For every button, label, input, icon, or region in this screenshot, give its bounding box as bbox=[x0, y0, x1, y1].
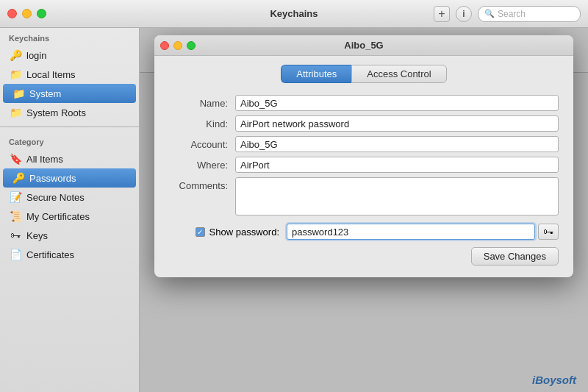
account-input[interactable] bbox=[235, 136, 559, 152]
tab-access-control[interactable]: Access Control bbox=[351, 65, 446, 83]
sidebar-item-label: Secure Notes bbox=[26, 192, 85, 203]
secure-notes-icon: 📝 bbox=[9, 190, 22, 204]
minimize-button[interactable] bbox=[22, 9, 32, 18]
sidebar-item-label: login bbox=[26, 50, 46, 61]
show-password-checkbox[interactable]: ✓ bbox=[196, 227, 205, 237]
sidebar-item-label: Keys bbox=[26, 230, 48, 241]
password-row: ✓ Show password: 🗝 bbox=[169, 224, 559, 240]
dialog-overlay: Aibo_5G Attributes Access Control Name: bbox=[140, 28, 588, 392]
content-area: Keychains 🔑 login 📁 Local Items 📁 System… bbox=[0, 28, 588, 392]
dialog-body: Attributes Access Control Name: bbox=[154, 56, 573, 277]
system-icon: 📁 bbox=[12, 87, 25, 100]
sidebar-item-label: All Items bbox=[26, 154, 63, 165]
show-password-label-wrapper: ✓ Show password: bbox=[169, 227, 287, 238]
dialog-tabs: Attributes Access Control bbox=[169, 65, 559, 83]
sidebar-spacer bbox=[0, 264, 139, 392]
info-button[interactable]: i bbox=[456, 6, 472, 22]
dialog-traffic-lights bbox=[160, 41, 196, 50]
tab-attributes[interactable]: Attributes bbox=[281, 65, 351, 83]
account-label: Account: bbox=[169, 139, 235, 150]
comments-row: Comments: bbox=[169, 177, 559, 218]
where-value bbox=[235, 157, 559, 173]
app-title: Keychains bbox=[270, 8, 318, 19]
sidebar-item-local-items[interactable]: 📁 Local Items bbox=[0, 65, 139, 84]
dialog-close-button[interactable] bbox=[160, 41, 169, 50]
all-items-icon: 🔖 bbox=[9, 152, 22, 165]
sidebar-item-label: System Roots bbox=[26, 107, 86, 118]
kind-form-label: Kind: bbox=[169, 118, 235, 129]
sidebar-item-all-items[interactable]: 🔖 All Items bbox=[0, 149, 139, 168]
title-bar: Keychains + i 🔍 Search bbox=[0, 0, 588, 28]
add-button[interactable]: + bbox=[434, 6, 450, 22]
where-label: Where: bbox=[169, 160, 235, 171]
sidebar-item-my-certificates[interactable]: 📜 My Certificates bbox=[0, 207, 139, 226]
sidebar-item-label: System bbox=[29, 88, 61, 99]
dialog-minimize-button[interactable] bbox=[173, 41, 182, 50]
save-row: Save Changes bbox=[169, 247, 559, 266]
dialog-title: Aibo_5G bbox=[344, 40, 383, 51]
sidebar-section-keychains: Keychains bbox=[0, 28, 139, 46]
dialog-maximize-button[interactable] bbox=[187, 41, 196, 50]
sidebar-item-login[interactable]: 🔑 login bbox=[0, 46, 139, 65]
sidebar-divider bbox=[0, 126, 139, 127]
local-items-icon: 📁 bbox=[9, 68, 22, 81]
toolbar-right: + i 🔍 Search bbox=[434, 6, 581, 22]
kind-row: Kind: bbox=[169, 115, 559, 132]
password-input-wrapper: 🗝 bbox=[287, 224, 559, 240]
traffic-lights bbox=[7, 9, 46, 18]
sidebar-section-category: Category bbox=[0, 132, 139, 149]
sidebar-item-secure-notes[interactable]: 📝 Secure Notes bbox=[0, 188, 139, 207]
name-label: Name: bbox=[169, 98, 235, 109]
certificates-icon: 📄 bbox=[9, 248, 22, 261]
dialog: Aibo_5G Attributes Access Control Name: bbox=[154, 35, 573, 277]
name-row: Name: bbox=[169, 95, 559, 111]
comments-value bbox=[235, 177, 559, 218]
where-row: Where: bbox=[169, 157, 559, 173]
sidebar-item-label: Passwords bbox=[29, 173, 76, 184]
sidebar-item-label: Certificates bbox=[26, 249, 74, 260]
account-value bbox=[235, 136, 559, 152]
sidebar-item-label: My Certificates bbox=[26, 211, 90, 222]
kind-form-value bbox=[235, 115, 559, 132]
save-changes-button[interactable]: Save Changes bbox=[471, 247, 559, 266]
where-input[interactable] bbox=[235, 157, 559, 173]
main-content: Aibo_5G Kind: AirPort network password bbox=[140, 28, 588, 392]
comments-label: Comments: bbox=[169, 177, 235, 191]
key-icon: 🗝 bbox=[543, 226, 553, 238]
password-section: ✓ Show password: 🗝 bbox=[169, 224, 559, 240]
sidebar-item-keys[interactable]: 🗝 Keys bbox=[0, 226, 139, 245]
system-roots-icon: 📁 bbox=[9, 106, 22, 119]
my-certificates-icon: 📜 bbox=[9, 210, 22, 223]
sidebar-item-system[interactable]: 📁 System bbox=[3, 84, 136, 103]
passwords-icon: 🔑 bbox=[12, 171, 25, 185]
account-row: Account: bbox=[169, 136, 559, 152]
name-value bbox=[235, 95, 559, 111]
key-button[interactable]: 🗝 bbox=[538, 224, 559, 240]
maximize-button[interactable] bbox=[37, 9, 46, 18]
main-window: Keychains + i 🔍 Search Keychains 🔑 login… bbox=[0, 0, 588, 392]
sidebar-item-passwords[interactable]: 🔑 Passwords bbox=[3, 168, 136, 188]
name-input[interactable] bbox=[235, 95, 559, 111]
dialog-title-bar: Aibo_5G bbox=[154, 35, 573, 56]
sidebar-item-label: Local Items bbox=[26, 69, 75, 80]
password-input[interactable] bbox=[287, 224, 535, 240]
search-bar[interactable]: 🔍 Search bbox=[478, 6, 581, 22]
form-section: Name: Kind: bbox=[169, 95, 559, 218]
kind-input[interactable] bbox=[235, 115, 559, 132]
search-placeholder: Search bbox=[498, 9, 526, 19]
keys-icon: 🗝 bbox=[9, 229, 22, 242]
login-icon: 🔑 bbox=[9, 49, 22, 62]
comments-input[interactable] bbox=[235, 177, 559, 215]
close-button[interactable] bbox=[7, 9, 17, 18]
sidebar-item-certificates[interactable]: 📄 Certificates bbox=[0, 245, 139, 264]
show-password-label: Show password: bbox=[209, 227, 279, 238]
sidebar: Keychains 🔑 login 📁 Local Items 📁 System… bbox=[0, 28, 140, 392]
search-icon: 🔍 bbox=[484, 9, 495, 18]
sidebar-item-system-roots[interactable]: 📁 System Roots bbox=[0, 103, 139, 122]
